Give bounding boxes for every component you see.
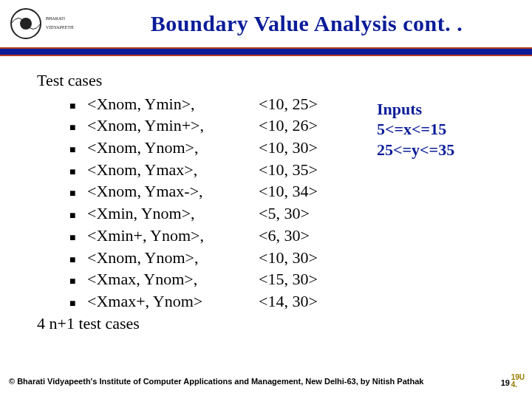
slide-content: Test cases ■<Xnom, Ymin>, ■<Xnom, Ymin+>… [0,56,532,334]
slide-title: Boundary Value Analysis cont. . [151,11,463,36]
list-item: ■<Xnom, Ymax>, [37,159,259,181]
inputs-range-x: 5<=x<=15 [377,119,454,140]
tc-value: <5, 30> [259,202,347,225]
tc-label: <Xnom, Ymin+>, [87,115,204,137]
list-item: ■<Xnom, Ymin+>, [37,115,259,137]
test-case-labels: ■<Xnom, Ymin>, ■<Xnom, Ymin+>, ■<Xnom, Y… [37,93,259,313]
slide-header: BHARATI VIDYAPEETH Boundary Value Analys… [0,0,532,47]
list-item: ■<Xmin, Ynom>, [37,202,259,225]
tc-value: <10, 26> [259,115,347,137]
list-item: ■<Xmin+, Ynom>, [37,225,259,247]
tc-label: <Xmin, Ynom>, [87,202,195,225]
inputs-range-y: 25<=y<=35 [377,140,454,160]
tc-label: <Xnom, Ymax>, [87,159,197,181]
tc-value: <15, 30> [259,268,347,290]
header-divider [0,47,532,56]
content-columns: ■<Xnom, Ymin>, ■<Xnom, Ymin+>, ■<Xnom, Y… [37,93,495,313]
list-item: ■<Xmax, Ynom>, [37,268,259,290]
tc-label: <Xmax, Ynom>, [87,268,197,290]
content-heading: Test cases [37,69,495,92]
slide-footer: © Bharati Vidyapeeth's Institute of Comp… [9,377,423,386]
tc-label: <Xmax+, Ynom> [87,290,202,313]
tc-label: <Xmin+, Ynom>, [87,225,204,247]
svg-text:BHARATI: BHARATI [46,16,65,21]
institution-logo: BHARATI VIDYAPEETH [0,0,81,47]
tc-value: <6, 30> [259,225,347,247]
list-item: ■<Xnom, Ymax->, [37,180,259,202]
page-extra-bottom: 4. [511,381,517,389]
tc-value: <10, 35> [259,159,347,181]
list-item: ■<Xmax+, Ynom> [37,290,259,313]
list-item: ■<Xnom, Ynom>, [37,137,259,159]
inputs-box: Inputs 5<=x<=15 25<=y<=35 [377,99,454,160]
content-footer-line: 4 n+1 test cases [37,313,495,335]
list-item: ■<Xnom, Ymin>, [37,93,259,115]
page-number-extra: 19U 4. [511,374,525,389]
tc-value: <10, 25> [259,93,347,115]
tc-value: <10, 30> [259,247,347,269]
test-case-values: <10, 25> <10, 26> <10, 30> <10, 35> <10,… [259,93,347,313]
tc-label: <Xnom, Ymax->, [87,180,203,202]
list-item: ■<Xnom, Ynom>, [37,247,259,269]
tc-label: <Xnom, Ynom>, [87,137,199,159]
tc-value: <14, 30> [259,290,347,313]
page-number: 19 [501,378,510,387]
tc-value: <10, 30> [259,137,347,159]
tc-label: <Xnom, Ynom>, [87,247,199,269]
inputs-title: Inputs [377,99,454,120]
svg-text:VIDYAPEETH: VIDYAPEETH [46,25,74,30]
title-bar: Boundary Value Analysis cont. . [81,0,532,47]
tc-label: <Xnom, Ymin>, [87,93,195,115]
tc-value: <10, 34> [259,180,347,202]
